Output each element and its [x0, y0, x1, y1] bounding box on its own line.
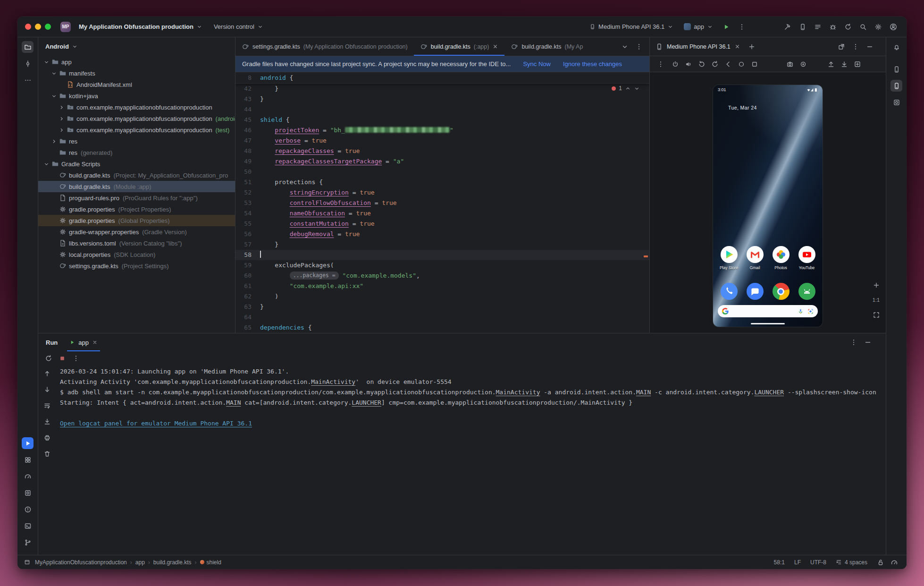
tree-item[interactable]: settings.gradle.kts(Project Settings) [38, 260, 235, 272]
tree-item[interactable]: build.gradle.kts(Project: My_Application… [38, 170, 235, 181]
breadcrumb-item[interactable]: app [135, 559, 145, 566]
line-separator[interactable]: LF [792, 559, 803, 566]
snapshots-icon[interactable] [851, 58, 863, 70]
rerun-icon[interactable] [42, 353, 54, 365]
tree-item[interactable]: local.properties(SDK Location) [38, 249, 235, 260]
google-lens-icon[interactable] [807, 308, 814, 314]
run-options-icon[interactable] [70, 353, 82, 365]
close-device-tab-icon[interactable] [734, 43, 740, 50]
tree-item[interactable]: kotlin+java [38, 90, 235, 102]
run-config-selector[interactable]: app [680, 21, 716, 32]
volume-button-icon[interactable] [682, 58, 694, 70]
error-stripe-mark[interactable] [644, 255, 648, 257]
collapsed-arrow-icon[interactable] [57, 104, 66, 110]
collapsed-arrow-icon[interactable] [50, 138, 58, 144]
zoom-to-fit-icon[interactable] [870, 309, 882, 321]
editor-tab[interactable]: build.gradle.kts(:app) [414, 37, 505, 56]
tree-item[interactable]: libs.versions.toml(Version Catalog "libs… [38, 238, 235, 249]
breadcrumb-item[interactable]: build.gradle.kts [153, 559, 192, 566]
tree-item[interactable]: res [38, 136, 235, 147]
prev-problem-icon[interactable] [625, 85, 631, 92]
run-button[interactable] [720, 21, 732, 33]
save-file-icon[interactable] [838, 58, 850, 70]
more-toolwindows-icon[interactable] [22, 74, 34, 86]
problems-toolwindow-icon[interactable] [22, 503, 34, 515]
tree-item[interactable]: com.example.myapplicationobfuscationprod… [38, 124, 235, 136]
tree-item[interactable]: gradle.properties(Project Properties) [38, 204, 235, 215]
hidden-tabs-icon[interactable] [619, 41, 630, 52]
tree-item[interactable]: gradle-wrapper.properties(Gradle Version… [38, 226, 235, 238]
app-inspection-toolwindow-icon[interactable] [22, 487, 34, 499]
editor-tab[interactable]: settings.gradle.kts(My Application Obfus… [235, 37, 414, 56]
bug-report-icon[interactable] [827, 21, 839, 33]
collapsed-arrow-icon[interactable] [57, 127, 66, 133]
file-encoding[interactable]: UTF-8 [808, 559, 829, 566]
messages-app-icon[interactable] [747, 283, 764, 300]
project-selector[interactable]: My Application Obfuscation production [76, 21, 206, 32]
ignore-changes-link[interactable]: Ignore these changes [563, 60, 622, 68]
app-youtube[interactable]: YouTube [796, 246, 818, 270]
run-tab-app[interactable]: app [67, 333, 100, 351]
expanded-arrow-icon[interactable] [50, 70, 58, 76]
tree-item[interactable]: app [38, 56, 235, 68]
tree-item[interactable]: res(generated) [38, 147, 235, 158]
profiler-toolwindow-icon[interactable] [22, 470, 34, 482]
app-play-store[interactable]: Play Store [718, 246, 740, 270]
expanded-arrow-icon[interactable] [42, 59, 50, 65]
next-problem-icon[interactable] [634, 85, 640, 92]
google-search-bar[interactable] [718, 305, 818, 317]
commit-toolwindow-icon[interactable] [22, 58, 34, 69]
stop-icon[interactable] [56, 353, 68, 365]
app-quality-insights-toolwindow-icon[interactable] [890, 96, 902, 108]
search-everywhere-icon[interactable] [857, 21, 869, 33]
hide-panel-icon[interactable] [862, 337, 874, 348]
tree-item[interactable]: com.example.myapplicationobfuscationprod… [38, 113, 235, 124]
project-view-selector[interactable]: Android [38, 37, 235, 55]
rotate-right-icon[interactable] [709, 58, 721, 70]
breadcrumb-item[interactable]: shield [200, 559, 221, 566]
read-only-toggle-icon[interactable] [874, 556, 886, 568]
screen-record-icon[interactable] [797, 58, 809, 70]
project-widget-icon[interactable] [24, 559, 30, 565]
caret-position[interactable]: 58:1 [772, 559, 787, 566]
expanded-arrow-icon[interactable] [42, 161, 50, 167]
mic-icon[interactable] [798, 308, 804, 314]
android-home-icon[interactable] [735, 58, 747, 70]
tree-item[interactable]: gradle.properties(Global Properties) [38, 215, 235, 226]
chrome-app-icon[interactable] [773, 283, 790, 300]
more-run-actions-icon[interactable] [736, 21, 748, 33]
version-control-toolwindow-icon[interactable] [22, 536, 34, 548]
inspections-widget[interactable]: 1 [612, 85, 640, 92]
push-file-icon[interactable] [825, 58, 837, 70]
tree-item[interactable]: Gradle Scripts [38, 158, 235, 170]
settings-icon[interactable] [872, 21, 884, 33]
phone-app-icon[interactable] [721, 283, 738, 300]
editor-options-icon[interactable] [633, 41, 645, 52]
build-icon[interactable] [781, 21, 793, 33]
tree-item[interactable]: AndroidManifest.xml [38, 79, 235, 90]
android-overview-icon[interactable] [748, 58, 760, 70]
close-tab-icon[interactable] [492, 43, 498, 50]
clear-console-icon[interactable] [42, 448, 53, 459]
android-app-icon[interactable] [798, 283, 815, 300]
collapsed-arrow-icon[interactable] [57, 116, 66, 122]
emulator-screen[interactable]: 3:01 Tue, Mar 24 [713, 85, 823, 327]
minimize-window-button[interactable] [35, 24, 41, 30]
run-toolwindow-icon[interactable] [22, 437, 34, 449]
device-manager-icon[interactable] [797, 21, 808, 33]
code-editor[interactable]: 8android { 42 }43}4445shield {46 project… [235, 72, 649, 333]
device-selector[interactable]: Medium Phone API 36.1 [586, 21, 677, 32]
print-console-icon[interactable] [42, 432, 53, 443]
terminal-toolwindow-icon[interactable] [22, 520, 34, 532]
expanded-arrow-icon[interactable] [50, 93, 58, 99]
rotate-left-icon[interactable] [696, 58, 707, 70]
prev-occurrence-icon[interactable] [42, 367, 53, 379]
run-console[interactable]: 2026-03-24 15:01:47: Launching app on 'M… [56, 365, 886, 555]
panel-options-icon[interactable] [848, 337, 859, 348]
device-manager-toolwindow-icon[interactable] [890, 63, 902, 75]
hide-panel-icon[interactable] [864, 41, 875, 52]
take-screenshot-icon[interactable] [784, 58, 796, 70]
ide-status-icon[interactable] [888, 556, 900, 568]
editor-tab[interactable]: build.gradle.kts(My Ap [504, 37, 589, 56]
power-button-icon[interactable] [669, 58, 681, 70]
